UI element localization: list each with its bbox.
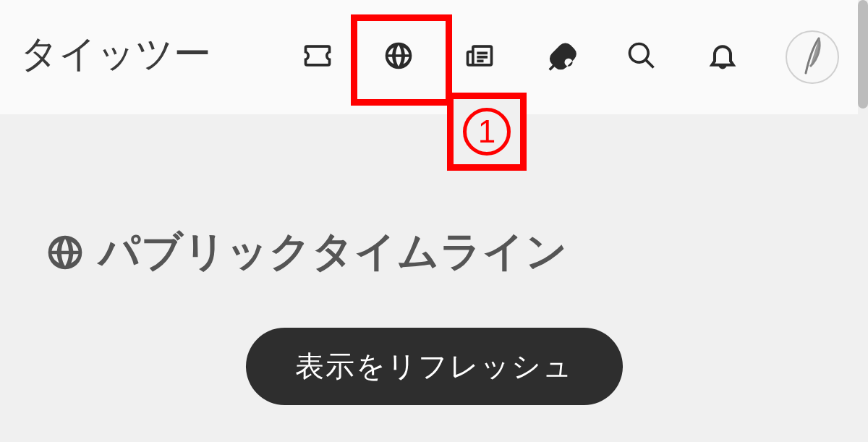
nav-item-paddle[interactable]	[542, 39, 579, 75]
paddle-icon	[545, 40, 576, 75]
nav-item-news[interactable]	[461, 39, 498, 75]
nav-item-bell[interactable]	[705, 39, 741, 75]
bell-icon	[707, 40, 739, 75]
globe-icon	[45, 232, 85, 273]
page-title: パブリックタイムライン	[98, 224, 568, 280]
app-logo[interactable]: タイッツー	[20, 29, 211, 80]
nav-item-ticket[interactable]	[299, 39, 336, 75]
globe-icon	[383, 40, 414, 75]
nav-item-search[interactable]	[624, 39, 660, 75]
search-icon	[626, 40, 658, 75]
nav-icons	[299, 30, 839, 84]
main-content: パブリックタイムライン 表示をリフレッシュ	[0, 114, 868, 405]
page-title-row: パブリックタイムライン	[45, 224, 823, 280]
ticket-icon	[302, 40, 333, 75]
nav-item-globe[interactable]	[380, 39, 417, 75]
feather-icon	[799, 36, 826, 78]
header: タイッツー	[0, 0, 868, 114]
refresh-button[interactable]: 表示をリフレッシュ	[246, 328, 623, 405]
scrollbar-thumb[interactable]	[858, 0, 868, 109]
scrollbar-track[interactable]	[858, 0, 868, 442]
news-icon	[464, 40, 495, 75]
avatar[interactable]	[786, 30, 839, 84]
